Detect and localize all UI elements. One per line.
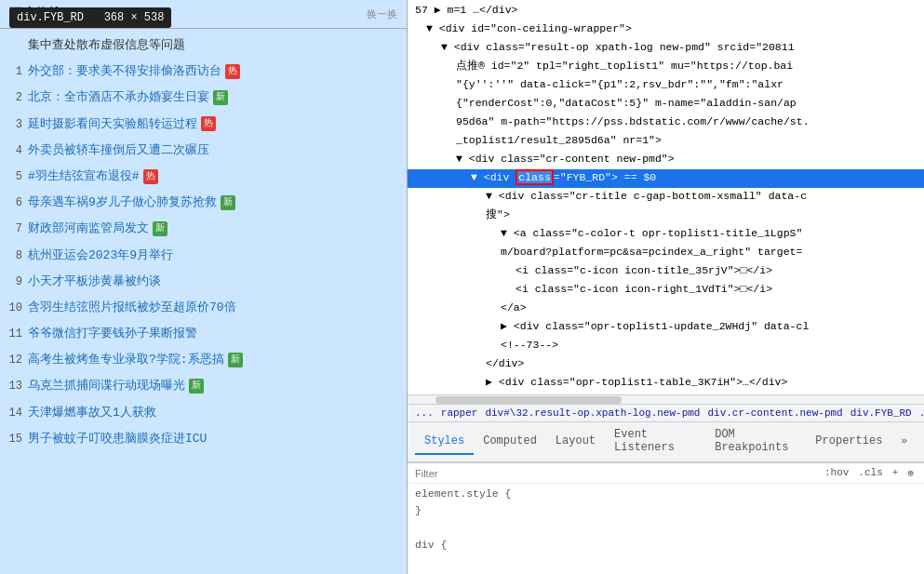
html-line[interactable]: <i class="c-icon icon-title_35rjV">□</i> bbox=[408, 262, 924, 281]
left-panel: 百度热搜 › 换一换 集中查处散布虚假信息等问题1外交部：要求美不得安排偷洛西访… bbox=[0, 0, 408, 574]
news-item[interactable]: 7财政部河南监管局发文新 bbox=[0, 216, 407, 242]
news-item[interactable]: 2北京：全市酒店不承办婚宴生日宴新 bbox=[0, 85, 407, 111]
filter-btn-[interactable]: ⊕ bbox=[904, 466, 917, 480]
news-text: 高考生被烤鱼专业录取?学院:系恶搞新 bbox=[28, 352, 397, 368]
news-item[interactable]: 14天津爆燃事故又1人获救 bbox=[0, 400, 407, 426]
breadcrumb-item[interactable]: div.FYB_RD bbox=[850, 407, 912, 419]
horizontal-scrollbar[interactable] bbox=[408, 394, 924, 404]
breadcrumb-item[interactable]: ... bbox=[415, 407, 434, 419]
breadcrumb-item[interactable]: div.cr-content.new-pmd bbox=[707, 407, 842, 419]
filter-btn-cls[interactable]: .cls bbox=[855, 466, 885, 480]
swap-button[interactable]: 换一换 bbox=[367, 7, 397, 21]
news-item[interactable]: 13乌克兰抓捕间谍行动现场曝光新 bbox=[0, 373, 407, 399]
news-badge: 热 bbox=[225, 64, 240, 79]
news-number: 12 bbox=[7, 353, 22, 368]
tab-event-listeners[interactable]: Event Listeners bbox=[605, 422, 705, 461]
html-line[interactable]: ▼ <a class="c-color-t opr-toplist1-title… bbox=[408, 225, 924, 244]
breadcrumb-item[interactable]: div#\32.result-op.xpath-log.new-pmd bbox=[485, 407, 700, 419]
news-badge: 新 bbox=[221, 195, 235, 210]
html-line[interactable]: "{y'':''" data-click="{p1":2,rsv_bdr":""… bbox=[408, 76, 924, 95]
filter-input[interactable] bbox=[415, 468, 816, 479]
html-line[interactable]: 点推® id="2" tpl="right_toplist1" mu="http… bbox=[408, 58, 924, 76]
tab-properties[interactable]: Properties bbox=[806, 429, 891, 455]
html-line[interactable]: {"renderCost":0,"dataCost":5}" m-name="a… bbox=[408, 95, 924, 113]
news-number: 6 bbox=[7, 195, 22, 211]
news-text: 含羽生结弦照片报纸被炒至超原价70倍 bbox=[28, 300, 397, 316]
filter-buttons: :hov.cls+⊕ bbox=[822, 466, 917, 480]
style-rule-line: } bbox=[415, 502, 917, 519]
devtools-html: 57 ▶ m=1 …</div>▼ <div id="con-ceiling-w… bbox=[408, 0, 924, 394]
breadcrumb-bar: ... rapper div#\32.result-op.xpath-log.n… bbox=[408, 404, 924, 422]
tab-styles[interactable]: Styles bbox=[415, 429, 474, 455]
news-number: 11 bbox=[7, 327, 22, 342]
news-item[interactable]: 集中查处散布虚假信息等问题 bbox=[0, 33, 407, 59]
news-text: 集中查处散布虚假信息等问题 bbox=[28, 37, 397, 54]
news-text: #羽生结弦宣布退役#热 bbox=[28, 168, 397, 185]
html-line[interactable]: <i class="c-icon icon-right_1VdTi">□</i> bbox=[408, 281, 924, 300]
news-number: 5 bbox=[7, 169, 22, 185]
html-text: ="FYB_RD"> == $0 bbox=[554, 171, 656, 183]
style-rule-line bbox=[415, 520, 917, 537]
right-panel: 57 ▶ m=1 …</div>▼ <div id="con-ceiling-w… bbox=[408, 0, 924, 574]
html-text: ▼ <div bbox=[471, 171, 516, 183]
filter-btn-hov[interactable]: :hov bbox=[822, 466, 851, 480]
tab-»[interactable]: » bbox=[891, 430, 917, 454]
news-number: 15 bbox=[7, 432, 22, 447]
html-line[interactable]: 95d6a" m-path="https://pss.bdstatic.com/… bbox=[408, 113, 924, 132]
news-text: 杭州亚运会2023年9月举行 bbox=[28, 247, 397, 264]
html-line[interactable]: ▼ <div class="cr-title c-gap-bottom-xsma… bbox=[408, 188, 924, 207]
html-line[interactable]: </a> bbox=[408, 300, 924, 318]
html-line[interactable]: ▶ <div class="opr-toplist1-update_2WHdj"… bbox=[408, 318, 924, 337]
html-line[interactable]: 搜"> bbox=[408, 207, 924, 225]
news-item[interactable]: 12高考生被烤鱼专业录取?学院:系恶搞新 bbox=[0, 347, 407, 373]
news-item[interactable]: 5#羽生结弦宣布退役#热 bbox=[0, 164, 407, 190]
news-number: 14 bbox=[7, 406, 22, 421]
news-item[interactable]: 4外卖员被轿车撞倒后又遭二次碾压 bbox=[0, 138, 407, 164]
tab-computed[interactable]: Computed bbox=[474, 429, 546, 455]
html-line[interactable]: </div> bbox=[408, 355, 924, 374]
tooltip-tag: div.FYB_RD bbox=[17, 11, 84, 24]
news-item[interactable]: 9小天才平板涉黄暴被约谈 bbox=[0, 269, 407, 295]
html-line[interactable]: ▼ <div class="cr-content new-pmd"> bbox=[408, 151, 924, 169]
tabs-bar: StylesComputedLayoutEvent ListenersDOM B… bbox=[408, 422, 924, 462]
filter-btn-[interactable]: + bbox=[890, 466, 902, 480]
news-number: 4 bbox=[7, 143, 22, 159]
news-item[interactable]: 6母亲遇车祸9岁儿子做心肺复苏抢救新 bbox=[0, 190, 407, 216]
html-line[interactable]: ▼ <div class="FYB_RD"> == $0 bbox=[408, 169, 924, 188]
scrollbar-thumb[interactable] bbox=[435, 396, 622, 404]
news-item[interactable]: 10含羽生结弦照片报纸被炒至超原价70倍 bbox=[0, 295, 407, 321]
news-item[interactable]: 8杭州亚运会2023年9月举行 bbox=[0, 243, 407, 269]
news-item[interactable]: 1外交部：要求美不得安排偷洛西访台热 bbox=[0, 59, 407, 85]
news-item[interactable]: 3延时摄影看间天实验船转运过程热 bbox=[0, 112, 407, 138]
html-line[interactable]: ▼ <div class="result-op xpath-log new-pm… bbox=[408, 39, 924, 58]
html-line[interactable]: ▼ <div id="con-ceiling-wrapper"> bbox=[408, 20, 924, 39]
tab-layout[interactable]: Layout bbox=[546, 429, 605, 455]
news-badge: 热 bbox=[201, 116, 216, 131]
news-text: 小天才平板涉黄暴被约谈 bbox=[28, 274, 397, 290]
news-badge: 新 bbox=[228, 353, 243, 367]
news-number: 8 bbox=[7, 248, 22, 264]
style-rule-line: element.style { bbox=[415, 486, 917, 502]
breadcrumb-item[interactable]: ... bbox=[919, 407, 924, 419]
html-line[interactable]: _toplist1/result_2895d6a" nr=1"> bbox=[408, 132, 924, 151]
news-text: 财政部河南监管局发文新 bbox=[28, 220, 397, 237]
news-text: 外卖员被轿车撞倒后又遭二次碾压 bbox=[28, 142, 397, 159]
filter-bar: :hov.cls+⊕ bbox=[408, 463, 924, 484]
news-number: 10 bbox=[7, 300, 22, 316]
news-number: 2 bbox=[7, 90, 22, 106]
news-number: 7 bbox=[7, 221, 22, 237]
html-line[interactable]: ▶ <div class="opr-toplist1-table_3K7iH">… bbox=[408, 374, 924, 393]
html-line[interactable]: 57 ▶ m=1 …</div> bbox=[408, 2, 924, 20]
news-item[interactable]: 15男子被蚊子叮咬患脑膜炎症进ICU bbox=[0, 426, 407, 452]
news-badge: 新 bbox=[213, 90, 228, 105]
styles-panel: :hov.cls+⊕ element.style {} div { bbox=[408, 462, 924, 574]
tooltip-dimensions: 368 × 538 bbox=[104, 11, 165, 24]
news-number: 9 bbox=[7, 274, 22, 290]
breadcrumb-item[interactable]: rapper bbox=[441, 407, 478, 419]
news-list: 集中查处散布虚假信息等问题1外交部：要求美不得安排偷洛西访台热2北京：全市酒店不… bbox=[0, 29, 407, 574]
tab-dom-breakpoints[interactable]: DOM Breakpoints bbox=[705, 422, 806, 461]
news-text: 男子被蚊子叮咬患脑膜炎症进ICU bbox=[28, 431, 397, 447]
html-line[interactable]: m/board?platform=pc&sa=pcindex_a_right" … bbox=[408, 244, 924, 262]
html-line[interactable]: <!--73--> bbox=[408, 337, 924, 355]
news-item[interactable]: 11爷爷微信打字要钱孙子果断报警 bbox=[0, 321, 407, 347]
